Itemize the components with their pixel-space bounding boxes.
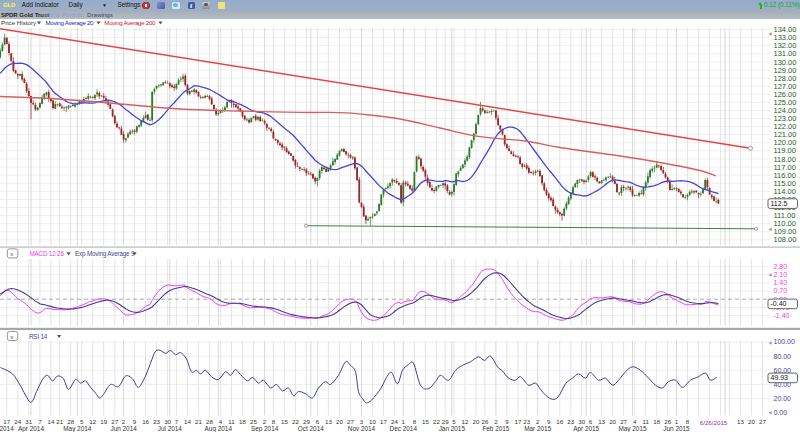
svg-text:-1.40: -1.40 [774, 312, 790, 319]
svg-text:6/26/2015: 6/26/2015 [700, 419, 728, 426]
svg-text:27: 27 [347, 418, 354, 425]
svg-text:15: 15 [422, 418, 429, 425]
svg-text:115.00: 115.00 [774, 179, 796, 188]
svg-text:3: 3 [360, 418, 364, 425]
svg-text:0.00: 0.00 [774, 409, 788, 416]
svg-text:Aug 2014: Aug 2014 [205, 425, 233, 432]
svg-text:6: 6 [589, 418, 593, 425]
svg-text:22: 22 [292, 418, 299, 425]
svg-text:133.00: 133.00 [774, 33, 797, 42]
svg-text:80.00: 80.00 [774, 353, 792, 360]
svg-text:132.00: 132.00 [774, 41, 797, 50]
svg-text:109.00: 109.00 [774, 227, 797, 236]
svg-text:18: 18 [653, 418, 660, 425]
svg-text:RSI 14: RSI 14 [29, 333, 48, 340]
svg-text:1: 1 [675, 418, 679, 425]
svg-text:14: 14 [47, 418, 54, 425]
svg-text:17: 17 [3, 418, 10, 425]
svg-text:5: 5 [80, 418, 84, 425]
svg-text:26: 26 [664, 418, 671, 425]
svg-text:24: 24 [391, 418, 398, 425]
svg-text:27: 27 [111, 418, 118, 425]
svg-text:13: 13 [325, 418, 332, 425]
svg-text:128.00: 128.00 [774, 74, 797, 83]
svg-text:13: 13 [598, 418, 605, 425]
svg-text:116.00: 116.00 [774, 171, 796, 180]
svg-text:Mar 2015: Mar 2015 [524, 425, 551, 432]
svg-text:118.00: 118.00 [774, 155, 796, 164]
svg-text:7: 7 [175, 418, 179, 425]
svg-text:4: 4 [219, 418, 223, 425]
svg-text:16: 16 [142, 418, 149, 425]
svg-text:17: 17 [514, 418, 521, 425]
svg-text:22: 22 [433, 418, 440, 425]
svg-text:13: 13 [737, 418, 744, 425]
svg-text:Price History: Price History [1, 19, 37, 26]
svg-text:Oct 2014: Oct 2014 [298, 425, 324, 432]
svg-text:Exp Moving Average 9: Exp Moving Average 9 [75, 250, 135, 258]
svg-text:23: 23 [523, 418, 530, 425]
svg-text:26: 26 [481, 418, 488, 425]
svg-text:12: 12 [89, 418, 96, 425]
svg-text:23: 23 [567, 418, 574, 425]
svg-text:2.10: 2.10 [774, 271, 788, 278]
svg-text:14: 14 [184, 418, 191, 425]
svg-text:8: 8 [272, 418, 276, 425]
svg-text:May 2015: May 2015 [618, 425, 647, 432]
svg-text:May 2014: May 2014 [63, 425, 92, 432]
svg-text:Sep 2014: Sep 2014 [251, 425, 279, 432]
svg-text:134.00: 134.00 [774, 25, 797, 34]
svg-text:11: 11 [228, 418, 235, 425]
svg-text:114.00: 114.00 [774, 187, 796, 196]
svg-text:Jan 2015: Jan 2015 [439, 425, 466, 432]
svg-text:27: 27 [620, 418, 627, 425]
svg-text:120.00: 120.00 [774, 138, 797, 147]
svg-text:29: 29 [303, 418, 310, 425]
svg-text:Jun 2015: Jun 2015 [663, 425, 690, 432]
svg-text:21: 21 [56, 418, 63, 425]
svg-text:28: 28 [206, 418, 213, 425]
svg-text:19: 19 [100, 418, 107, 425]
svg-text:Dec 2014: Dec 2014 [390, 425, 418, 432]
svg-text:7: 7 [38, 418, 42, 425]
svg-text:6: 6 [316, 418, 320, 425]
svg-text:123.00: 123.00 [774, 114, 797, 123]
svg-text:130.00: 130.00 [774, 58, 797, 67]
svg-text:Jul 2014: Jul 2014 [158, 425, 183, 432]
svg-text:117.00: 117.00 [774, 163, 796, 172]
svg-text:108.00: 108.00 [774, 235, 797, 244]
svg-text:100.00: 100.00 [774, 338, 796, 345]
svg-text:9: 9 [133, 418, 137, 425]
svg-text:4: 4 [633, 418, 637, 425]
svg-text:9: 9 [505, 418, 509, 425]
svg-text:129.00: 129.00 [774, 66, 797, 75]
svg-text:20: 20 [748, 418, 755, 425]
svg-text:127.00: 127.00 [774, 82, 797, 91]
svg-text:29: 29 [442, 418, 449, 425]
svg-text:MACD 12 26: MACD 12 26 [30, 250, 65, 257]
svg-text:15: 15 [281, 418, 288, 425]
svg-text:17: 17 [380, 418, 387, 425]
svg-text:27: 27 [759, 418, 766, 425]
svg-text:9: 9 [547, 418, 551, 425]
svg-text:8: 8 [413, 418, 417, 425]
svg-text:31: 31 [25, 418, 32, 425]
svg-text:8: 8 [686, 418, 690, 425]
svg-text:Apr 2014: Apr 2014 [18, 425, 44, 432]
svg-text:Apr 2015: Apr 2015 [573, 425, 599, 432]
svg-text:-0.40: -0.40 [771, 300, 787, 307]
svg-text:2: 2 [263, 418, 267, 425]
svg-text:Moving Average 200: Moving Average 200 [104, 19, 156, 26]
svg-text:110.00: 110.00 [774, 219, 796, 228]
svg-text:25: 25 [250, 418, 257, 425]
svg-text:112.5: 112.5 [771, 200, 788, 207]
svg-text:119.00: 119.00 [774, 146, 796, 155]
svg-text:125.00: 125.00 [774, 98, 797, 107]
svg-text:20: 20 [609, 418, 616, 425]
svg-text:10: 10 [369, 418, 376, 425]
svg-text:2: 2 [122, 418, 126, 425]
svg-text:121.00: 121.00 [774, 130, 797, 139]
svg-text:2: 2 [536, 418, 540, 425]
svg-text:23: 23 [153, 418, 160, 425]
svg-text:2.80: 2.80 [774, 263, 788, 270]
